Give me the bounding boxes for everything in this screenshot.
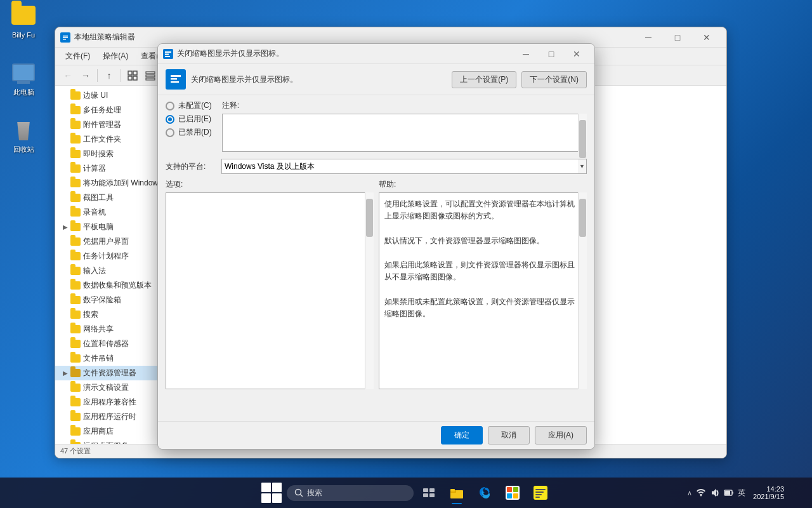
svg-rect-5 — [133, 71, 137, 75]
tree-expand-yingyong1 — [60, 398, 70, 408]
folder-icon-gongzuo — [70, 135, 81, 144]
svg-rect-25 — [429, 493, 435, 497]
help-scrollbar[interactable] — [578, 192, 587, 389]
tray-expand[interactable]: ∧ — [687, 489, 692, 497]
volume-icon — [710, 488, 720, 498]
radio-enabled-input[interactable] — [166, 115, 174, 124]
help-panel: 帮助: 使用此策略设置，可以配置文件资源管理器在本地计算机上显示缩略图图像或图标… — [379, 179, 587, 416]
options-help-row: 选项: 帮助: 使用此策略设置，可以配置文件资源管理器在本地计算机上显示缩略图图… — [166, 179, 587, 416]
desktop-icon-mypc[interactable]: 此电脑 — [1, 57, 46, 99]
menu-action[interactable]: 操作(A) — [98, 50, 133, 63]
tree-expand-fujian — [60, 120, 70, 130]
tree-expand-pingju — [60, 237, 70, 247]
platform-section: 支持的平台: Windows Vista 及以上版本 ▼ ▼ — [166, 159, 587, 174]
show-desktop-button[interactable] — [792, 480, 807, 505]
dialog-close-button[interactable]: ✕ — [564, 44, 589, 64]
dialog-maximize-button[interactable]: □ — [539, 44, 564, 64]
dialog-titlebar: 关闭缩略图显示并仅显示图标。 ─ □ ✕ — [158, 44, 594, 64]
edge-browser-taskbar[interactable] — [472, 480, 497, 505]
search-bar[interactable]: 搜索 — [287, 485, 414, 501]
tree-expand-jishi — [60, 149, 70, 159]
cancel-button[interactable]: 取消 — [488, 426, 530, 444]
radio-enabled[interactable]: 已启用(E) — [166, 114, 212, 124]
dialog-header-title: 关闭缩略图显示并仅显示图标。 — [191, 74, 298, 85]
setting-config-row: 未配置(C) 已启用(E) 已禁用(D) 注释: — [166, 100, 587, 154]
store-icon — [506, 486, 520, 500]
options-scrollbar[interactable] — [365, 192, 374, 389]
close-button[interactable]: ✕ — [692, 27, 721, 48]
svg-line-21 — [301, 495, 303, 497]
desktop-icon-recycle[interactable]: 回收站 — [1, 114, 46, 156]
desktop-icon-mypc-label: 此电脑 — [13, 88, 34, 97]
desktop-icon-billyfu[interactable]: Billy Fu — [1, 0, 46, 42]
svg-rect-2 — [63, 37, 68, 38]
tree-expand-shuruf — [60, 266, 70, 276]
dialog-header: 关闭缩略图显示并仅显示图标。 上一个设置(P) 下一个设置(N) — [158, 64, 594, 95]
start-button[interactable] — [259, 480, 284, 505]
desktop-icon-recycle-label: 回收站 — [13, 145, 34, 154]
status-text: 47 个设置 — [60, 446, 91, 456]
up-button[interactable]: ↑ — [102, 68, 117, 83]
task-view-button[interactable] — [416, 480, 442, 505]
folder-icon-duorenwu — [70, 106, 81, 114]
view-btn2[interactable] — [143, 68, 158, 83]
tree-expand-jiaogongneng — [60, 178, 70, 189]
platform-dropdown[interactable]: Windows Vista 及以上版本 ▼ — [221, 159, 587, 174]
svg-rect-1 — [63, 36, 68, 37]
search-icon — [294, 488, 303, 497]
radio-disabled[interactable]: 已禁用(D) — [166, 127, 212, 138]
svg-rect-13 — [165, 51, 171, 53]
svg-rect-33 — [513, 493, 518, 498]
svg-rect-4 — [128, 71, 132, 75]
minimize-button[interactable]: ─ — [634, 27, 663, 48]
radio-unset-input[interactable] — [166, 102, 174, 110]
dialog-header-icon — [166, 69, 186, 90]
svg-rect-14 — [165, 53, 169, 55]
tree-expand-luyinji — [60, 208, 70, 218]
folder-icon-yanshi — [70, 384, 81, 392]
tree-expand-shuzibaoxian — [60, 295, 70, 305]
taskbar-right: ∧ 英 14:23 2021/9/15 — [687, 480, 807, 505]
next-setting-button[interactable]: 下一个设置(N) — [521, 71, 587, 88]
menu-file[interactable]: 文件(F) — [60, 50, 95, 63]
platform-scroll-arrow: ▼ — [579, 163, 585, 170]
radio-disabled-input[interactable] — [166, 128, 174, 137]
apply-button[interactable]: 应用(A) — [535, 426, 587, 444]
folder-icon-yingyongshangdian — [70, 427, 81, 436]
back-button[interactable]: ← — [60, 68, 75, 83]
notes-taskbar[interactable] — [528, 480, 553, 505]
folder-icon-yingyong1 — [70, 398, 81, 406]
file-explorer-taskbar[interactable] — [444, 480, 469, 505]
help-text-content: 使用此策略设置，可以配置文件资源管理器在本地计算机上显示缩略图图像或图标的方式。… — [379, 192, 587, 389]
clock-time: 14:23 — [766, 485, 784, 493]
svg-rect-24 — [423, 493, 428, 497]
comment-textarea[interactable] — [222, 114, 587, 152]
dialog-minimize-button[interactable]: ─ — [513, 44, 539, 64]
radio-unset[interactable]: 未配置(C) — [166, 100, 212, 111]
search-text: 搜索 — [307, 488, 322, 498]
main-window-controls: ─ □ ✕ — [634, 27, 721, 48]
clock[interactable]: 14:23 2021/9/15 — [753, 485, 784, 500]
windows-logo — [261, 483, 282, 503]
platform-dropdown-arrow[interactable]: ▼ — [578, 159, 587, 174]
prev-setting-button[interactable]: 上一个设置(P) — [452, 71, 516, 88]
view-btn1[interactable] — [125, 68, 140, 83]
folder-icon-jisuan — [70, 164, 81, 173]
taskbar-center: 搜索 — [259, 480, 553, 505]
network-icon — [696, 488, 706, 498]
folder-icon-shuzibaoxian — [70, 296, 81, 304]
confirm-button[interactable]: 确定 — [441, 426, 483, 444]
svg-rect-41 — [733, 492, 734, 494]
store-taskbar[interactable] — [500, 480, 525, 505]
svg-rect-23 — [429, 488, 435, 492]
forward-button[interactable]: → — [78, 68, 93, 83]
comment-scrollbar[interactable] — [578, 114, 587, 152]
help-scrollbar-thumb — [579, 199, 586, 237]
svg-rect-3 — [63, 39, 66, 40]
tree-expand-weizhi — [60, 339, 70, 349]
tree-expand-duorenwu — [60, 105, 70, 116]
dialog-footer: 确定 取消 应用(A) — [158, 421, 594, 449]
radio-group-container: 未配置(C) 已启用(E) 已禁用(D) — [166, 100, 212, 154]
svg-rect-31 — [513, 487, 518, 492]
maximize-button[interactable]: □ — [663, 27, 692, 48]
